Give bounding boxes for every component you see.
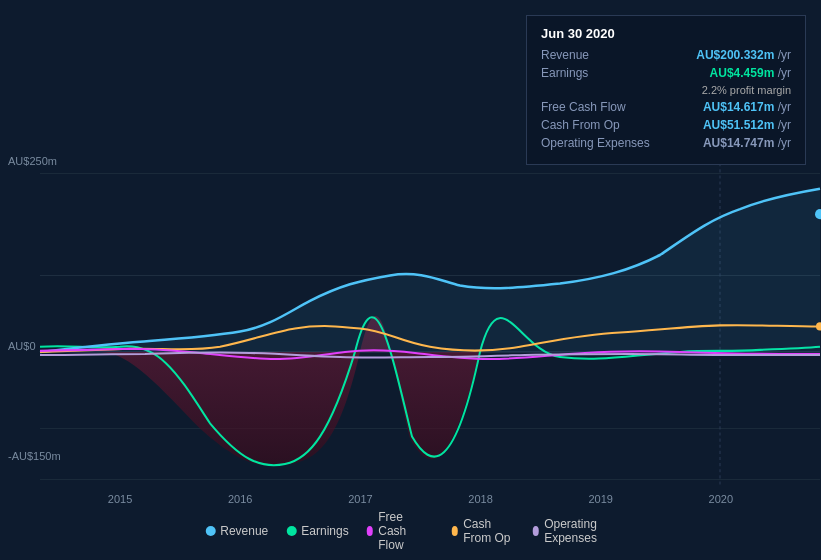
tooltip-cashop-value: AU$51.512m /yr — [703, 118, 791, 132]
legend-fcf-label: Free Cash Flow — [378, 510, 433, 552]
legend-opex[interactable]: Operating Expenses — [533, 517, 616, 545]
legend-cashop[interactable]: Cash From Op — [452, 517, 515, 545]
legend-earnings-label: Earnings — [301, 524, 348, 538]
tooltip-fcf-row: Free Cash Flow AU$14.617m /yr — [541, 100, 791, 114]
legend-revenue[interactable]: Revenue — [205, 524, 268, 538]
x-label-2017: 2017 — [348, 493, 372, 505]
x-label-2016: 2016 — [228, 493, 252, 505]
legend-fcf[interactable]: Free Cash Flow — [367, 510, 434, 552]
x-label-2019: 2019 — [588, 493, 612, 505]
tooltip-opex-value: AU$14.747m /yr — [703, 136, 791, 150]
tooltip-earnings-label: Earnings — [541, 66, 661, 80]
legend-opex-label: Operating Expenses — [544, 517, 616, 545]
x-label-2020: 2020 — [709, 493, 733, 505]
legend-opex-dot — [533, 526, 540, 536]
x-label-2018: 2018 — [468, 493, 492, 505]
tooltip-opex-row: Operating Expenses AU$14.747m /yr — [541, 136, 791, 150]
legend-earnings-dot — [286, 526, 296, 536]
tooltip-cashop-label: Cash From Op — [541, 118, 661, 132]
tooltip-revenue-label: Revenue — [541, 48, 661, 62]
legend-revenue-label: Revenue — [220, 524, 268, 538]
x-axis-labels: 2015 2016 2017 2018 2019 2020 — [0, 493, 821, 505]
tooltip-revenue-row: Revenue AU$200.332m /yr — [541, 48, 791, 62]
tooltip-revenue-value: AU$200.332m /yr — [696, 48, 791, 62]
tooltip-opex-label: Operating Expenses — [541, 136, 661, 150]
tooltip-margin-value: 2.2% profit margin — [702, 84, 791, 96]
legend-cashop-label: Cash From Op — [463, 517, 514, 545]
tooltip-panel: Jun 30 2020 Revenue AU$200.332m /yr Earn… — [526, 15, 806, 165]
legend-earnings[interactable]: Earnings — [286, 524, 348, 538]
x-label-2015: 2015 — [108, 493, 132, 505]
tooltip-fcf-label: Free Cash Flow — [541, 100, 661, 114]
chart-legend: Revenue Earnings Free Cash Flow Cash Fro… — [205, 510, 616, 552]
legend-revenue-dot — [205, 526, 215, 536]
tooltip-margin-row: 2.2% profit margin — [541, 84, 791, 96]
tooltip-earnings-row: Earnings AU$4.459m /yr — [541, 66, 791, 80]
legend-cashop-dot — [452, 526, 459, 536]
tooltip-earnings-value: AU$4.459m /yr — [710, 66, 791, 80]
tooltip-date: Jun 30 2020 — [541, 26, 791, 41]
tooltip-fcf-value: AU$14.617m /yr — [703, 100, 791, 114]
legend-fcf-dot — [367, 526, 374, 536]
tooltip-cashop-row: Cash From Op AU$51.512m /yr — [541, 118, 791, 132]
